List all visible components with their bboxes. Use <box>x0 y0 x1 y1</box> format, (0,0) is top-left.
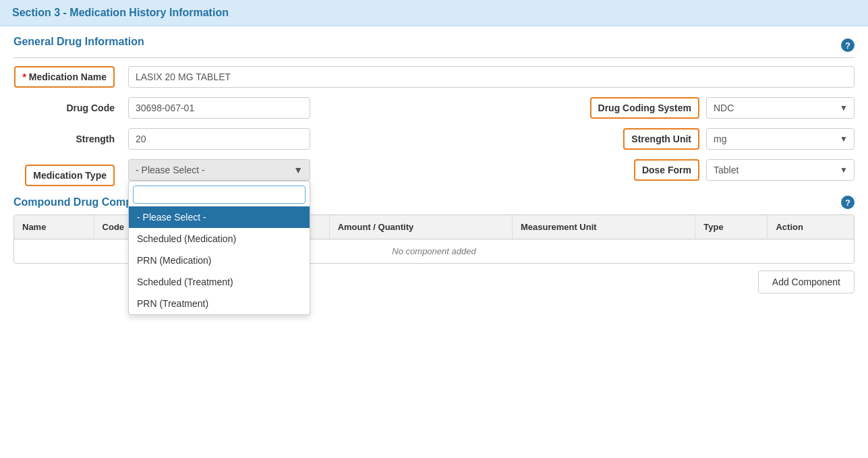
medication-type-arrow-icon: ▼ <box>293 165 303 175</box>
drug-code-input[interactable] <box>128 97 310 119</box>
dose-form-select[interactable]: Tablet <box>706 159 855 181</box>
drug-code-label: Drug Code <box>66 103 115 113</box>
strength-unit-select-wrapper: mg ▼ <box>706 128 855 150</box>
dose-form-group: Dose Form Tablet ▼ <box>634 159 855 181</box>
col-action: Action <box>768 215 854 239</box>
strength-input[interactable] <box>128 128 310 150</box>
dropdown-option-prn-treat[interactable]: PRN (Treatment) <box>129 293 310 314</box>
drug-code-label-cell: Drug Code <box>13 103 121 113</box>
medication-type-container[interactable]: - Please Select - ▼ - Please Select - Sc… <box>128 159 310 181</box>
section-header: Section 3 - Medication History Informati… <box>0 0 868 26</box>
medication-name-label: *Medication Name <box>14 66 115 88</box>
drug-coding-system-select-wrapper: NDC ▼ <box>706 97 855 119</box>
medication-type-label: Medication Type <box>25 165 115 186</box>
medication-type-selected-text: - Please Select - <box>136 165 205 175</box>
strength-unit-label: Strength Unit <box>623 128 699 150</box>
dose-form-label: Dose Form <box>634 159 699 181</box>
drug-coding-system-label: Drug Coding System <box>590 97 699 119</box>
required-star: * <box>22 71 26 82</box>
strength-row: Strength Strength Unit mg ▼ <box>13 128 855 150</box>
medication-type-search-input[interactable] <box>133 185 306 204</box>
medication-name-input[interactable] <box>128 66 855 88</box>
dropdown-option-scheduled-med[interactable]: Scheduled (Medication) <box>129 228 310 250</box>
strength-label: Strength <box>76 134 115 144</box>
add-component-button[interactable]: Add Component <box>758 270 855 293</box>
dropdown-option-please-select[interactable]: - Please Select - <box>129 206 310 228</box>
general-drug-title: General Drug Information <box>13 36 144 48</box>
medication-type-dropdown: - Please Select - Scheduled (Medication)… <box>128 181 310 315</box>
drug-coding-system-group: Drug Coding System NDC ▼ <box>590 97 855 119</box>
drug-code-row: Drug Code Drug Coding System NDC ▼ <box>13 97 855 119</box>
col-name: Name <box>14 215 94 239</box>
strength-unit-group: Strength Unit mg ▼ <box>623 128 855 150</box>
col-type: Type <box>695 215 768 239</box>
strength-unit-select[interactable]: mg <box>706 128 855 150</box>
compound-drug-help-icon[interactable]: ? <box>841 196 855 209</box>
medication-type-button[interactable]: - Please Select - ▼ <box>128 159 310 181</box>
col-measurement-unit: Measurement Unit <box>512 215 695 239</box>
medication-name-label-cell: *Medication Name <box>13 66 121 88</box>
dropdown-option-scheduled-treat[interactable]: Scheduled (Treatment) <box>129 271 310 293</box>
dropdown-option-prn-med[interactable]: PRN (Medication) <box>129 250 310 271</box>
general-drug-help-icon[interactable]: ? <box>841 38 855 52</box>
medication-type-label-cell: Medication Type <box>13 159 121 186</box>
strength-label-cell: Strength <box>13 134 121 144</box>
medication-type-row: Medication Type - Please Select - ▼ - Pl… <box>13 159 855 186</box>
medication-name-row: *Medication Name <box>13 66 855 88</box>
dose-form-select-wrapper: Tablet ▼ <box>706 159 855 181</box>
divider-1 <box>13 57 855 58</box>
drug-coding-system-select[interactable]: NDC <box>706 97 855 119</box>
col-amount-quantity: Amount / Quantity <box>329 215 512 239</box>
